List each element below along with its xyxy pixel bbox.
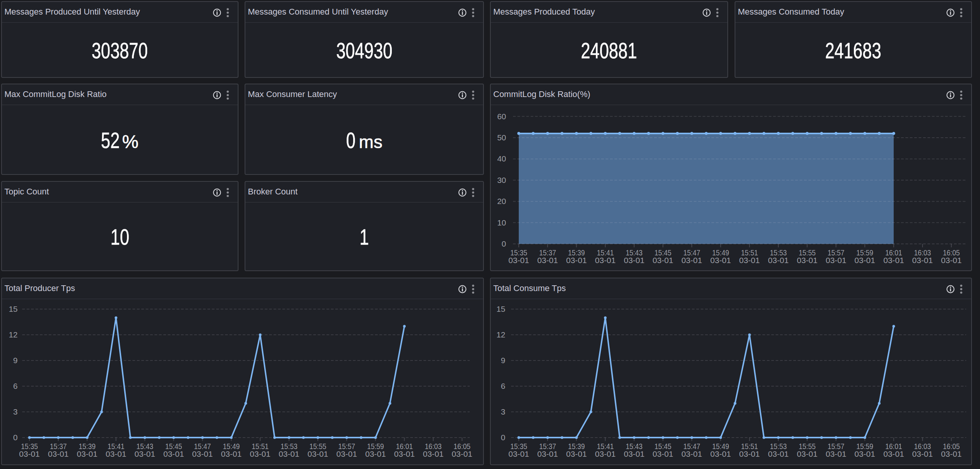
svg-text:03-01: 03-01 <box>221 449 242 458</box>
svg-text:03-01: 03-01 <box>941 256 962 265</box>
svg-text:03-01: 03-01 <box>739 256 760 265</box>
svg-text:0: 0 <box>13 433 18 442</box>
svg-text:03-01: 03-01 <box>797 449 817 458</box>
svg-text:03-01: 03-01 <box>508 449 529 458</box>
svg-text:3: 3 <box>13 407 18 416</box>
svg-text:03-01: 03-01 <box>825 256 846 265</box>
svg-text:03-01: 03-01 <box>739 449 760 458</box>
svg-text:03-01: 03-01 <box>941 449 962 458</box>
svg-text:03-01: 03-01 <box>508 256 529 265</box>
svg-text:03-01: 03-01 <box>681 449 702 458</box>
svg-text:03-01: 03-01 <box>394 449 415 458</box>
svg-text:03-01: 03-01 <box>624 256 645 265</box>
svg-text:30: 30 <box>497 176 506 184</box>
svg-text:03-01: 03-01 <box>768 256 789 265</box>
svg-text:03-01: 03-01 <box>106 449 127 458</box>
svg-text:20: 20 <box>497 197 506 206</box>
svg-text:9: 9 <box>13 356 18 365</box>
svg-text:03-01: 03-01 <box>307 449 328 458</box>
svg-text:03-01: 03-01 <box>912 449 933 458</box>
svg-text:12: 12 <box>497 330 505 339</box>
svg-text:03-01: 03-01 <box>537 449 558 458</box>
svg-text:03-01: 03-01 <box>883 449 904 458</box>
svg-text:03-01: 03-01 <box>537 256 558 265</box>
svg-text:03-01: 03-01 <box>19 449 40 458</box>
svg-text:9: 9 <box>501 356 505 365</box>
svg-text:03-01: 03-01 <box>192 449 213 458</box>
svg-text:3: 3 <box>501 407 505 416</box>
svg-text:03-01: 03-01 <box>135 449 155 458</box>
svg-text:10: 10 <box>497 218 506 227</box>
svg-text:03-01: 03-01 <box>624 449 645 458</box>
svg-text:15: 15 <box>497 304 505 313</box>
svg-text:40: 40 <box>497 154 506 163</box>
svg-text:50: 50 <box>497 133 506 142</box>
svg-text:03-01: 03-01 <box>768 449 789 458</box>
svg-text:03-01: 03-01 <box>250 449 271 458</box>
svg-text:03-01: 03-01 <box>653 449 673 458</box>
svg-text:03-01: 03-01 <box>595 449 616 458</box>
svg-text:6: 6 <box>501 382 505 390</box>
svg-text:15: 15 <box>9 304 18 313</box>
svg-text:03-01: 03-01 <box>912 256 933 265</box>
svg-text:03-01: 03-01 <box>452 449 472 458</box>
svg-text:03-01: 03-01 <box>423 449 444 458</box>
svg-text:03-01: 03-01 <box>825 449 846 458</box>
svg-text:03-01: 03-01 <box>595 256 616 265</box>
svg-text:03-01: 03-01 <box>279 449 299 458</box>
svg-text:03-01: 03-01 <box>365 449 386 458</box>
svg-text:12: 12 <box>9 330 18 339</box>
svg-text:0: 0 <box>501 433 505 442</box>
svg-text:6: 6 <box>13 382 18 390</box>
svg-text:03-01: 03-01 <box>883 256 904 265</box>
svg-text:0: 0 <box>502 239 506 248</box>
svg-text:03-01: 03-01 <box>710 256 731 265</box>
svg-text:60: 60 <box>497 112 506 121</box>
svg-text:03-01: 03-01 <box>566 449 587 458</box>
svg-text:03-01: 03-01 <box>77 449 97 458</box>
svg-text:03-01: 03-01 <box>855 256 875 265</box>
svg-text:03-01: 03-01 <box>710 449 731 458</box>
svg-text:03-01: 03-01 <box>163 449 184 458</box>
svg-text:03-01: 03-01 <box>566 256 587 265</box>
svg-text:03-01: 03-01 <box>653 256 673 265</box>
svg-text:03-01: 03-01 <box>336 449 357 458</box>
svg-text:03-01: 03-01 <box>855 449 875 458</box>
svg-text:03-01: 03-01 <box>48 449 69 458</box>
svg-text:03-01: 03-01 <box>797 256 817 265</box>
svg-text:03-01: 03-01 <box>681 256 702 265</box>
